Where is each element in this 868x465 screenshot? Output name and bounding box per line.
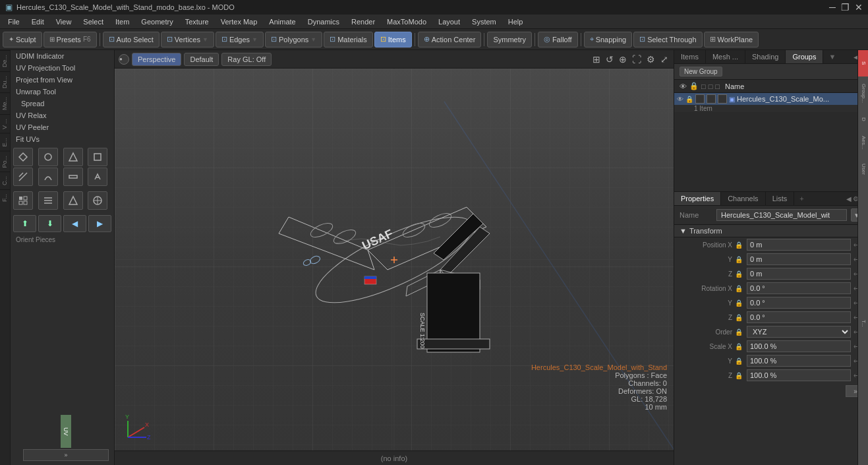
presets-button[interactable]: ⊞ Presets F6 (43, 32, 97, 47)
pos-z-lock[interactable]: 🔒 (735, 270, 744, 278)
uv-tab[interactable]: UV (61, 415, 71, 448)
viewport-icon-3[interactable]: ⊕ (618, 53, 628, 66)
menu-item[interactable]: Item (110, 16, 134, 27)
rotation-z-input[interactable] (747, 311, 851, 323)
tool-icon-5[interactable] (13, 168, 33, 186)
rot-x-lock[interactable]: 🔒 (735, 285, 744, 292)
viewport-icon-1[interactable]: ⊞ (591, 53, 602, 66)
spread-tool[interactable]: Spread (11, 98, 114, 109)
menu-geometry[interactable]: Geometry (136, 16, 178, 27)
arrow-left[interactable]: ◀ (63, 215, 86, 232)
polygons-button[interactable]: ⊡ Polygons ▼ (265, 32, 322, 47)
new-group-button[interactable]: New Group (680, 67, 722, 77)
menu-view[interactable]: View (51, 16, 77, 27)
side-tab-t[interactable]: T... (858, 182, 868, 465)
default-button[interactable]: Default (184, 53, 219, 66)
order-lock[interactable]: 🔒 (735, 328, 744, 336)
scale-z-input[interactable] (747, 369, 851, 381)
menu-render[interactable]: Render (346, 16, 380, 27)
tab-mesh[interactable]: Mesh ... (706, 50, 745, 63)
tab-plus[interactable]: + (794, 192, 809, 205)
menu-maxtomodo[interactable]: MaxToModo (382, 16, 432, 27)
falloff-button[interactable]: ◎ Falloff (538, 32, 578, 47)
snapping-button[interactable]: ⌖ Snapping (584, 32, 633, 47)
rotation-y-input[interactable] (747, 297, 851, 309)
materials-button[interactable]: ⊡ Materials (324, 32, 373, 47)
scale-y-lock[interactable]: 🔒 (735, 357, 744, 365)
workplane-button[interactable]: ⊞ WorkPlane (704, 32, 759, 47)
uv-peeler-tool[interactable]: UV Peeler (11, 121, 114, 133)
viewport-icon-4[interactable]: ⛶ (631, 53, 643, 66)
tab-lists[interactable]: Lists (766, 192, 795, 205)
name-input[interactable] (716, 209, 847, 221)
side-tab-d[interactable]: D (858, 109, 868, 129)
sculpt-button[interactable]: ✦ Sculpt (3, 32, 42, 47)
close-button[interactable]: ✕ (855, 2, 863, 13)
tool-icon-11[interactable] (63, 191, 83, 210)
scale-z-lock[interactable]: 🔒 (735, 372, 744, 379)
menu-help[interactable]: Help (503, 16, 529, 27)
rot-y-lock[interactable]: 🔒 (735, 299, 744, 307)
viewport-icon-2[interactable]: ↺ (604, 53, 615, 66)
tool-icon-12[interactable] (88, 191, 107, 210)
menu-select[interactable]: Select (78, 16, 109, 27)
tab-properties[interactable]: Properties (674, 192, 721, 205)
viewport-icon-5[interactable]: ⚙ (645, 53, 656, 66)
tab-add[interactable]: ▼ (823, 50, 841, 63)
position-z-input[interactable] (747, 268, 851, 280)
action-center-button[interactable]: ⊕ Action Center (418, 32, 482, 47)
pos-x-lock[interactable]: 🔒 (735, 241, 744, 249)
tool-icon-1[interactable] (13, 148, 33, 166)
project-from-view-tool[interactable]: Project from View (11, 74, 114, 86)
tool-icon-10[interactable] (38, 191, 58, 210)
tool-icon-8[interactable] (88, 168, 107, 186)
order-select[interactable]: XYZ (747, 326, 851, 338)
position-y-input[interactable] (747, 253, 851, 265)
expand-button[interactable]: » (23, 449, 109, 461)
fit-uvs-tool[interactable]: Fit UVs (11, 133, 114, 145)
menu-edit[interactable]: Edit (26, 16, 49, 27)
position-x-input[interactable] (747, 239, 851, 251)
select-through-button[interactable]: ⊡ Select Through (633, 32, 702, 47)
tab-items[interactable]: Items (674, 50, 706, 63)
arrow-down[interactable]: ⬇ (38, 215, 61, 232)
menu-animate[interactable]: Animate (264, 16, 301, 27)
side-tab-group[interactable]: Group... (858, 77, 868, 109)
maximize-button[interactable]: ❐ (841, 2, 850, 13)
titlebar-controls[interactable]: ─ ❐ ✕ (829, 2, 863, 13)
items-row-main[interactable]: 👁 🔒 ▣ Hercules_C130_Scale_Mo... (674, 93, 868, 105)
menu-layout[interactable]: Layout (433, 16, 465, 27)
auto-select-button[interactable]: ⊡ Auto Select (103, 32, 159, 47)
tool-icon-6[interactable] (38, 168, 58, 186)
props-collapse-icon[interactable]: ◀ (846, 195, 852, 202)
tab-shading[interactable]: Shading (745, 50, 786, 63)
ray-gl-button[interactable]: Ray GL: Off (221, 53, 272, 66)
symmetry-button[interactable]: Symmetry (487, 32, 532, 47)
side-tab-aes[interactable]: Aes... (858, 129, 868, 156)
tab-channels[interactable]: Channels (721, 192, 765, 205)
perspective-toggle[interactable]: ● (119, 54, 129, 65)
udim-indicator-tool[interactable]: UDIM Indicator (11, 50, 114, 62)
viewport-fullscreen[interactable]: ⤢ (659, 53, 670, 66)
transform-section-header[interactable]: ▼ Transform (674, 225, 868, 237)
uv-relax-tool[interactable]: UV Relax (11, 109, 114, 121)
uv-projection-tool[interactable]: UV Projection Tool (11, 62, 114, 74)
tool-icon-9[interactable] (13, 191, 33, 210)
tool-icon-3[interactable] (63, 148, 83, 166)
side-tab-s[interactable]: S (858, 50, 868, 77)
menu-file[interactable]: File (3, 16, 25, 27)
items-button[interactable]: ⊡ Items (374, 32, 412, 47)
edges-button[interactable]: ⊡ Edges ▼ (216, 32, 264, 47)
arrow-right[interactable]: ▶ (88, 215, 111, 232)
tool-icon-4[interactable] (88, 148, 107, 166)
menu-dynamics[interactable]: Dynamics (303, 16, 345, 27)
unwrap-tool[interactable]: Unwrap Tool (11, 86, 114, 98)
arrow-up-left[interactable]: ⬆ (13, 215, 36, 232)
side-tab-user[interactable]: User (858, 156, 868, 182)
scale-x-lock[interactable]: 🔒 (735, 343, 744, 350)
menu-system[interactable]: System (467, 16, 502, 27)
menu-vertex-map[interactable]: Vertex Map (216, 16, 263, 27)
scale-y-input[interactable] (747, 355, 851, 367)
tool-icon-7[interactable] (63, 168, 83, 186)
viewport-canvas[interactable]: USAF SCALE 1:200 (115, 69, 674, 450)
